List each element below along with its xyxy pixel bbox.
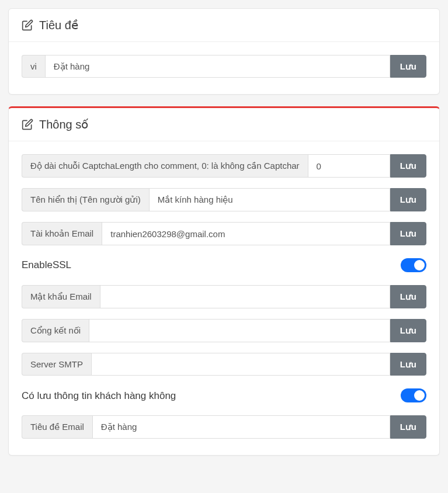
port-label: Cổng kết nối xyxy=(22,319,89,342)
panel-params: Thông số Độ dài chuỗi CaptchaLength cho … xyxy=(8,106,440,456)
title-row: vi Lưu xyxy=(22,55,426,78)
title-input[interactable] xyxy=(45,55,390,78)
panel-title-body: vi Lưu xyxy=(9,42,439,94)
save-button[interactable]: Lưu xyxy=(390,222,426,245)
port-row: Cổng kết nối Lưu xyxy=(22,319,426,342)
email-input[interactable] xyxy=(102,222,390,245)
save-button[interactable]: Lưu xyxy=(390,285,426,308)
lang-prefix: vi xyxy=(22,55,45,78)
save-button[interactable]: Lưu xyxy=(390,353,426,376)
captcha-row: Độ dài chuỗi CaptchaLength cho comment, … xyxy=(22,154,426,178)
panel-title: Tiêu đề vi Lưu xyxy=(8,8,440,95)
display-row: Tên hiển thị (Tên người gửi) Lưu xyxy=(22,188,426,211)
port-input[interactable] xyxy=(89,319,390,342)
password-input[interactable] xyxy=(100,285,390,308)
password-label: Mật khẩu Email xyxy=(22,285,100,308)
panel-title-header: Tiêu đề xyxy=(9,9,439,42)
ssl-row: EnableSSL xyxy=(22,256,426,272)
subject-label: Tiêu đề Email xyxy=(22,415,92,439)
smtp-input[interactable] xyxy=(91,353,390,376)
edit-icon xyxy=(22,19,33,31)
ssl-label: EnableSSL xyxy=(22,259,71,271)
save-button[interactable]: Lưu xyxy=(390,154,426,178)
ssl-toggle[interactable] xyxy=(401,258,426,272)
storecust-row: Có lưu thông tin khách hàng không xyxy=(22,386,426,402)
save-button[interactable]: Lưu xyxy=(390,319,426,342)
captcha-input[interactable] xyxy=(308,154,390,178)
display-input[interactable] xyxy=(149,188,390,211)
panel-title-heading: Tiêu đề xyxy=(39,18,78,32)
password-row: Mật khẩu Email Lưu xyxy=(22,285,426,308)
storecust-toggle[interactable] xyxy=(401,388,426,402)
panel-params-body: Độ dài chuỗi CaptchaLength cho comment, … xyxy=(9,141,439,455)
panel-params-header: Thông số xyxy=(9,108,439,141)
toggle-knob xyxy=(414,260,425,270)
display-label: Tên hiển thị (Tên người gửi) xyxy=(22,188,149,211)
captcha-label: Độ dài chuỗi CaptchaLength cho comment, … xyxy=(22,154,308,178)
email-label: Tài khoản Email xyxy=(22,222,102,245)
save-button[interactable]: Lưu xyxy=(390,55,426,78)
subject-input[interactable] xyxy=(92,415,390,439)
save-button[interactable]: Lưu xyxy=(390,188,426,211)
smtp-label: Server SMTP xyxy=(22,353,91,376)
panel-params-heading: Thông số xyxy=(39,117,88,131)
email-row: Tài khoản Email Lưu xyxy=(22,222,426,245)
storecust-label: Có lưu thông tin khách hàng không xyxy=(22,390,176,402)
save-button[interactable]: Lưu xyxy=(390,415,426,439)
toggle-knob xyxy=(414,390,425,401)
edit-icon xyxy=(22,119,33,130)
smtp-row: Server SMTP Lưu xyxy=(22,353,426,376)
subject-row: Tiêu đề Email Lưu xyxy=(22,415,426,439)
